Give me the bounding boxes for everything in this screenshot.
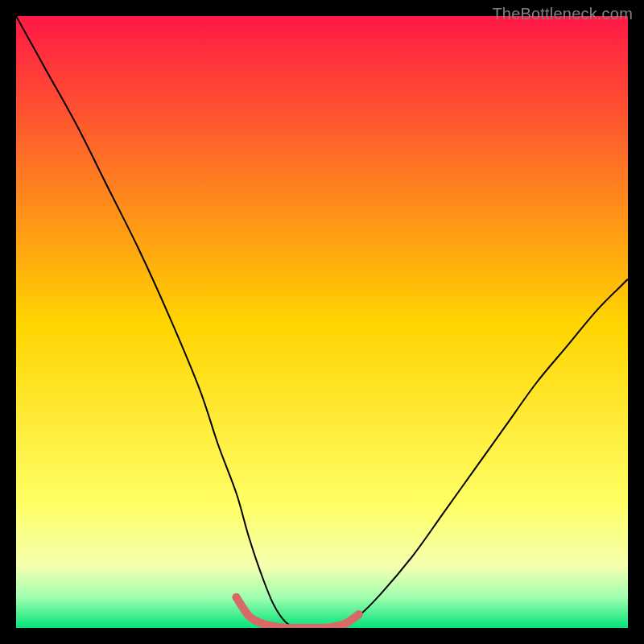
valley-points: [355, 610, 363, 618]
chart-background: [16, 16, 628, 628]
chart-svg: [16, 16, 628, 628]
watermark-text: TheBottleneck.com: [492, 5, 633, 23]
valley-points: [257, 619, 265, 627]
valley-points: [233, 593, 241, 601]
chart-stage: TheBottleneck.com: [0, 0, 644, 644]
